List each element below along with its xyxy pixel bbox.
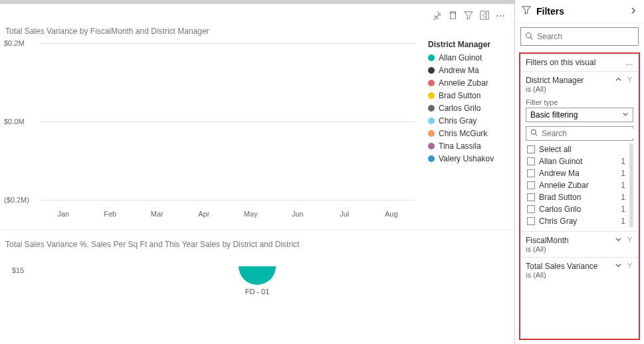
checkbox[interactable] (527, 193, 535, 201)
svg-point-3 (531, 129, 536, 134)
legend-label: Chris McGurk (439, 129, 487, 138)
bubble-marker[interactable]: FD - 01 (239, 266, 276, 296)
month-group (368, 40, 415, 203)
month-group (40, 40, 87, 203)
filter-card-district-manager: District Manager is (All) Filter type Ba… (520, 71, 639, 231)
clear-filter-icon[interactable] (626, 262, 633, 271)
more-options-icon[interactable]: ⋯ (496, 11, 506, 23)
filter-option-count: 1 (621, 216, 628, 226)
checkbox[interactable] (527, 181, 535, 189)
filters-pane-title: Filters (536, 6, 624, 17)
checkbox[interactable] (527, 157, 535, 165)
filter-option-count: 1 (621, 205, 628, 214)
legend-title: District Manager (428, 40, 508, 49)
chevron-down-icon (622, 110, 629, 120)
filters-search-box[interactable] (520, 27, 639, 46)
month-group (134, 40, 181, 203)
legend-item[interactable]: Tina Lassila (428, 141, 508, 151)
y-axis-tick: $0.2M (4, 39, 25, 47)
expand-filter-icon[interactable] (615, 262, 622, 271)
expand-filter-icon[interactable] (615, 236, 622, 245)
filter-option-label: Carlos Grilo (539, 205, 581, 214)
legend-swatch (428, 80, 435, 86)
collapse-pane-icon[interactable] (629, 5, 637, 17)
legend-label: Carlos Grilo (439, 104, 481, 113)
filter-option-label: Chris Gray (539, 216, 577, 226)
legend-item[interactable]: Chris McGurk (428, 129, 508, 138)
legend-swatch (428, 54, 435, 61)
secondary-chart-title: Total Sales Variance %, Sales Per Sq Ft … (0, 230, 514, 252)
chart-plot-area[interactable]: $0.2M$0.0M($0.2M) JanFebMarAprMayJunJulA… (5, 40, 415, 218)
filter-type-dropdown[interactable]: Basic filtering (526, 108, 633, 122)
filter-values-search-input[interactable] (542, 129, 640, 138)
section-more-icon[interactable]: … (625, 58, 633, 67)
filter-option[interactable]: Chris Gray1 (526, 215, 629, 227)
x-axis-tick: May (227, 210, 274, 218)
checkbox[interactable] (527, 217, 535, 225)
x-axis-tick: Aug (368, 210, 415, 218)
x-axis-tick: Jun (274, 210, 322, 218)
secondary-y-tick: $15 (12, 266, 24, 274)
filter-state: is (All) (526, 85, 584, 93)
x-axis-tick: Jul (321, 210, 368, 218)
chart-legend: District Manager Allan GuinotAndrew MaAn… (415, 40, 508, 218)
filter-option-label: Brad Sutton (539, 193, 581, 202)
filter-option[interactable]: Allan Guinot1 (526, 155, 629, 167)
filter-name: FiscalMonth (526, 236, 569, 245)
copy-icon[interactable] (448, 11, 457, 23)
legend-label: Tina Lassila (439, 141, 481, 151)
svg-rect-0 (451, 13, 456, 19)
month-group (321, 40, 368, 203)
filter-state: is (All) (526, 245, 569, 253)
filter-card-fiscalmonth: FiscalMonth is (All) (520, 231, 639, 257)
clear-filter-icon[interactable] (626, 236, 633, 245)
legend-label: Chris Gray (439, 116, 477, 126)
month-group (227, 40, 274, 203)
legend-swatch (428, 92, 435, 99)
filter-option-select-all[interactable]: Select all (526, 143, 629, 155)
search-icon (530, 129, 538, 138)
checkbox[interactable] (527, 205, 535, 213)
legend-item[interactable]: Andrew Ma (428, 66, 508, 75)
filter-type-label: Filter type (526, 98, 633, 106)
legend-swatch (428, 143, 435, 149)
legend-label: Annelie Zubar (439, 78, 488, 88)
filters-search-input[interactable] (537, 32, 637, 41)
filter-option-count: 1 (621, 181, 628, 190)
filter-option[interactable]: Annelie Zubar1 (526, 179, 629, 191)
month-group (87, 40, 134, 203)
legend-swatch (428, 130, 435, 137)
collapse-filter-icon[interactable] (615, 76, 622, 85)
legend-item[interactable]: Brad Sutton (428, 91, 508, 100)
filter-option[interactable]: Carlos Grilo1 (526, 203, 629, 215)
filters-pane: Filters Filters on this visual … Distric… (514, 0, 644, 344)
legend-item[interactable]: Chris Gray (428, 116, 508, 126)
filter-state: is (All) (526, 271, 598, 279)
filter-option-count: 1 (621, 193, 628, 202)
chart-visual[interactable]: ⋯ Total Sales Variance by FiscalMonth an… (0, 4, 514, 344)
x-axis-tick: Mar (134, 210, 181, 218)
legend-item[interactable]: Annelie Zubar (428, 78, 508, 88)
clear-filter-icon[interactable] (626, 76, 633, 85)
filter-values-search[interactable] (526, 126, 633, 141)
legend-swatch (428, 118, 435, 124)
legend-item[interactable]: Allan Guinot (428, 53, 508, 62)
focus-mode-icon[interactable] (480, 11, 489, 23)
filter-icon[interactable] (464, 11, 473, 23)
filter-option[interactable]: Brad Sutton1 (526, 191, 629, 203)
month-group (274, 40, 322, 203)
x-axis-tick: Apr (181, 210, 228, 218)
search-icon (525, 31, 533, 43)
secondary-chart-visual[interactable]: Total Sales Variance %, Sales Per Sq Ft … (0, 230, 514, 298)
pin-icon[interactable] (432, 11, 441, 23)
legend-item[interactable]: Carlos Grilo (428, 104, 508, 113)
legend-item[interactable]: Valery Ushakov (428, 154, 508, 163)
filter-card-total-sales-variance: Total Sales Variance is (All) (520, 257, 639, 283)
checkbox[interactable] (527, 169, 535, 177)
legend-label: Brad Sutton (439, 91, 481, 100)
checkbox[interactable] (527, 145, 535, 153)
filter-option[interactable]: Andrew Ma1 (526, 167, 629, 179)
filter-name: Total Sales Variance (526, 262, 598, 271)
filter-option-label: Annelie Zubar (539, 181, 589, 190)
y-axis-tick: $0.0M (4, 118, 25, 126)
